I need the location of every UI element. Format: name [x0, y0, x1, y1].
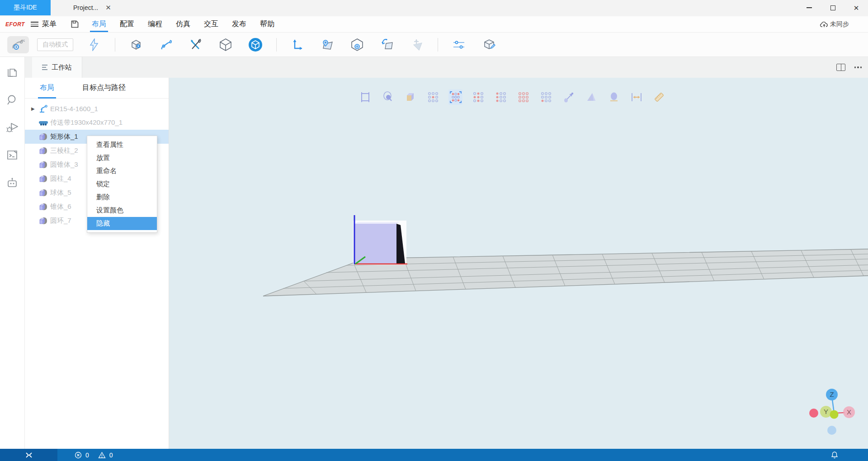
terminal-icon[interactable]: [0, 145, 25, 165]
context-item-hide[interactable]: 隐藏: [87, 217, 157, 230]
error-count: 0: [85, 452, 89, 459]
main-menu-button[interactable]: 菜单: [31, 19, 57, 29]
point-grid-selected-icon[interactable]: [448, 89, 462, 105]
solid-cube-icon[interactable]: [403, 89, 417, 105]
tab-targets-paths[interactable]: 目标点与路径: [82, 78, 126, 99]
point-grid-d-icon[interactable]: [516, 89, 530, 105]
orientation-gizmo: Y X Z: [809, 389, 855, 435]
menu-item-simulate[interactable]: 仿真: [175, 17, 191, 32]
frame-select-icon[interactable]: [358, 89, 372, 105]
component-box-icon[interactable]: [127, 36, 145, 54]
tree-label: 传送带1930x420x770_1: [50, 118, 123, 127]
sliders-icon[interactable]: [450, 36, 468, 54]
split-view-icon[interactable]: [836, 64, 845, 71]
context-item-view-properties[interactable]: 查看属性: [87, 138, 157, 151]
efort-logo: EFORT: [5, 21, 25, 28]
cube-wireframe-icon[interactable]: [217, 36, 235, 54]
plane-disabled-icon: [408, 36, 426, 54]
measure-distance-icon[interactable]: [629, 89, 643, 105]
tree-label: ER15-4-1600_1: [50, 105, 98, 113]
project-tab-label: Project...: [73, 4, 98, 11]
auto-mode-selector[interactable]: 自动模式: [37, 38, 73, 51]
cube-icon: [38, 160, 50, 169]
tree-label: 矩形体_1: [50, 132, 78, 141]
tab-workstation[interactable]: 工作站: [32, 57, 82, 78]
remote-icon: [25, 452, 33, 459]
measure-ellipse-icon[interactable]: [607, 89, 621, 105]
debug-run-icon[interactable]: [0, 118, 25, 137]
tree-row-conveyor[interactable]: 传送带1930x420x770_1: [25, 116, 169, 130]
cube-icon: [38, 174, 50, 183]
tree-row-robot[interactable]: ▶ ER15-4-1600_1: [25, 102, 169, 116]
point-grid-a-icon[interactable]: [426, 89, 440, 105]
main-menu-label: 菜单: [42, 19, 57, 29]
problems-indicator[interactable]: 0 0: [75, 452, 118, 459]
hamburger-icon: [31, 20, 38, 28]
robot-arm-icon[interactable]: [157, 36, 175, 54]
files-icon[interactable]: [0, 62, 25, 82]
search-icon[interactable]: [0, 90, 25, 110]
expand-caret-icon[interactable]: ▶: [31, 106, 38, 111]
point-grid-e-icon[interactable]: [539, 89, 553, 105]
menu-item-layout[interactable]: 布局: [91, 17, 107, 32]
context-item-delete[interactable]: 删除: [87, 191, 157, 204]
cube-solid-view-icon[interactable]: [246, 36, 264, 54]
project-tab-close-icon[interactable]: ✕: [105, 4, 111, 12]
auto-mode-label: 自动模式: [42, 41, 68, 49]
cube-icon: [38, 188, 50, 197]
context-item-lock[interactable]: 锁定: [87, 178, 157, 191]
context-item-set-color[interactable]: 设置颜色: [87, 204, 157, 217]
sync-status[interactable]: 未同步: [820, 16, 849, 33]
remote-indicator[interactable]: [0, 449, 57, 461]
zoom-region-icon[interactable]: [381, 89, 395, 105]
menu-item-interact[interactable]: 交互: [203, 17, 219, 32]
cube-icon: [38, 132, 50, 141]
project-tab[interactable]: Project... ✕: [67, 0, 118, 15]
save-icon[interactable]: [69, 15, 80, 33]
tree-label: 圆锥体_3: [50, 160, 78, 169]
app-tab-label: 墨斗IDE: [14, 4, 37, 12]
box-object: [353, 215, 407, 265]
rotate-box-icon[interactable]: [378, 36, 396, 54]
measure-line-icon[interactable]: [561, 89, 576, 105]
close-icon[interactable]: ✕: [844, 0, 868, 15]
gizmo-origin-ball: [830, 410, 839, 419]
robot-config-button[interactable]: PC: [7, 36, 29, 53]
sync-label: 未同步: [830, 20, 849, 28]
menu-item-help[interactable]: 帮助: [259, 17, 275, 32]
viewport-toolbar: [358, 89, 666, 105]
gizmo-neg-z-ball: [827, 426, 836, 435]
conveyor-icon: [38, 119, 50, 127]
more-options-icon[interactable]: [854, 66, 862, 68]
menu-items: 布局 配置 编程 仿真 交互 发布 帮助: [91, 17, 275, 32]
measure-ruler-icon[interactable]: [652, 89, 666, 105]
measure-angle-icon[interactable]: [584, 89, 598, 105]
menu-item-program[interactable]: 编程: [147, 17, 163, 32]
app-tab[interactable]: 墨斗IDE: [0, 0, 51, 15]
robot-head-icon[interactable]: [0, 173, 25, 193]
notifications-button[interactable]: [831, 449, 838, 461]
viewport-3d[interactable]: Y X Z: [169, 78, 868, 449]
window-controls: ✕: [797, 0, 868, 15]
menu-item-publish[interactable]: 发布: [231, 17, 247, 32]
maximize-icon[interactable]: [821, 0, 844, 15]
point-grid-c-icon[interactable]: [494, 89, 508, 105]
move-axes-icon[interactable]: [288, 36, 307, 54]
workspace-tab-bar: 工作站: [25, 57, 868, 78]
attach-box-icon[interactable]: [318, 36, 336, 54]
point-grid-b-icon[interactable]: [471, 89, 485, 105]
context-item-place[interactable]: 放置: [87, 151, 157, 165]
menu-item-config[interactable]: 配置: [119, 17, 135, 32]
context-item-rename[interactable]: 重命名: [87, 165, 157, 178]
annotate-box-icon[interactable]: [480, 36, 498, 54]
cube-icon: [38, 202, 50, 211]
tab-layout[interactable]: 布局: [40, 78, 54, 99]
power-bolt-icon[interactable]: [85, 36, 103, 54]
minimize-icon[interactable]: [797, 0, 821, 15]
cube-icon: [38, 146, 50, 155]
inspect-box-icon[interactable]: [348, 36, 366, 54]
tools-icon[interactable]: [187, 36, 205, 54]
tree-label: 锥体_6: [50, 202, 71, 211]
layout-sidebar: 布局 目标点与路径 ▶ ER15-4-1600_1 传送带1930x420x77…: [25, 78, 169, 449]
status-bar: 0 0: [0, 449, 868, 461]
